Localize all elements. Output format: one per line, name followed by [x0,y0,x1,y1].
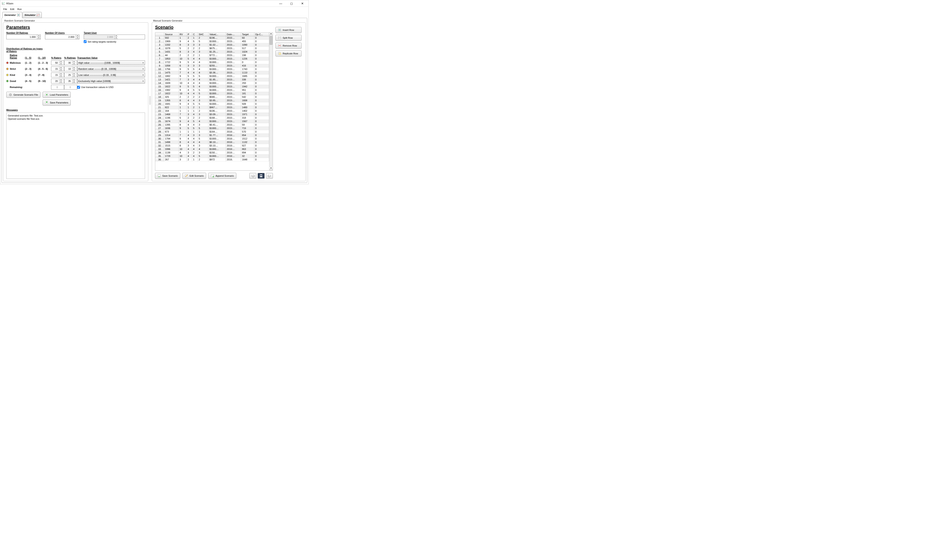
num-users-input[interactable] [45,35,76,39]
table-row[interactable]: 1218829555$1000....2015:...16850 [155,74,269,78]
percent-raters-input[interactable] [51,79,59,83]
transaction-value-select[interactable]: Exclusively High value [1000$]▼ [77,78,145,83]
edit-scenario-button[interactable]: Edit Scenario [182,173,206,179]
table-row[interactable]: 1017569554$1000....2015:...17430 [155,68,269,71]
table-row[interactable]: 1913558443$3.85....2015:...16080 [155,98,269,102]
table-row[interactable]: 35172910445$1000....2016:...320 [155,154,269,158]
messages-label: Messages [6,109,145,111]
table-row[interactable]: 2314687343$3.09....2015:...19710 [155,112,269,116]
maximize-button[interactable]: ◻ [287,2,296,5]
percent-raters-input[interactable] [51,67,59,71]
disk-save-button[interactable] [258,173,265,178]
table-row[interactable]: 3017849445$1000....2016:...15120 [155,137,269,140]
percent-raters-input[interactable] [51,73,59,77]
table-row[interactable]: 313328333$1.02....2015:...10900 [155,43,269,46]
table-row[interactable]: 2913147433$1.77....2016:...8540 [155,134,269,137]
percent-raters-spinner[interactable]: ▲▼ [51,72,64,77]
load-parameters-button[interactable]: Load Parameters [43,92,71,98]
percent-ratings-input[interactable] [64,61,72,65]
table-row[interactable]: 2613958443$0.41....2015:...590 [155,123,269,126]
table-row[interactable]: 1619829455$1000....2015:...9510 [155,88,269,92]
target-user-spinner: ▲▼ [84,35,145,39]
append-scenario-button[interactable]: Append Scenario [208,173,236,179]
table-row[interactable]: 410785222$675....2015:...5170 [155,46,269,50]
column-header[interactable]: C [192,32,197,36]
table-row[interactable]: 3411384323$150....2016:...8940 [155,151,269,154]
percent-ratings-spinner[interactable]: ▲▼ [64,72,77,77]
table-cell: 2 [179,95,187,98]
menu-file[interactable]: File [2,8,8,11]
column-header[interactable]: Target [241,32,254,36]
replicate-row-button[interactable]: Replicate Row [276,51,302,57]
table-row[interactable]: 2411965222$168....2015:...3180 [155,116,269,120]
undo-button[interactable] [249,173,256,178]
percent-ratings-spinner[interactable]: ▲▼ [64,66,77,71]
table-row[interactable]: 1314217344$1.85....2015:...3380 [155,78,269,81]
table-row[interactable]: 7185310544$1000....2015:...12260 [155,57,269,60]
table-row[interactable]: 2516749454$1000....2015:...15670 [155,120,269,123]
redo-button[interactable] [266,173,273,178]
num-ratings-input[interactable] [6,35,37,39]
close-button[interactable]: ✕ [298,2,307,5]
percent-ratings-input[interactable] [64,79,72,83]
tab-generator[interactable]: Generator [2,12,22,18]
percent-ratings-spinner[interactable]: ▲▼ [64,60,77,65]
generate-scenario-button[interactable]: Generate Scenario File [6,92,40,98]
table-row[interactable]: 817229544$1000....2015:...00 [155,60,269,64]
column-header[interactable]: Source [164,32,179,36]
percent-ratings-input[interactable] [64,73,72,77]
table-row[interactable]: 17182210445$1000....2015:...1810 [155,92,269,95]
table-row[interactable]: 14160910444$1000....2015:...2930 [155,81,269,85]
table-row[interactable]: 910586333$255....2015:...4160 [155,64,269,68]
vertical-scrollbar[interactable]: ▲▼ [269,32,273,170]
table-row[interactable]: 362673212$9722016.16480 [155,158,269,161]
split-row-button[interactable]: Split Row [276,35,302,41]
table-row[interactable]: 514318343$1.25....2015:...10240 [155,50,269,54]
table-row[interactable]: 6442221$772....2015:...1980 [155,54,269,57]
table-row[interactable]: 2718369555$1000....2015:...7190 [155,126,269,130]
set-random-checkbox[interactable] [84,40,86,43]
minimize-button[interactable]: — [276,2,285,5]
table-row[interactable]: 3215158343$3.10....2016:...9270 [155,144,269,147]
transaction-value-select[interactable]: High value ------------------[100$ , 100… [77,60,145,65]
tab-simulator[interactable]: Simulator [23,12,42,18]
table-row[interactable]: 1114757444$3.36....2015:...11100 [155,71,269,74]
column-header[interactable]: Op-C... [254,32,269,36]
column-header[interactable]: RV [179,32,187,36]
column-header[interactable]: Value(... [208,32,226,36]
save-parameters-button[interactable]: Save Parameters [43,100,71,106]
percent-raters-spinner[interactable]: ▲▼ [51,60,64,65]
percent-raters-spinner[interactable]: ▲▼ [51,78,64,83]
percent-raters-input[interactable] [51,61,59,65]
column-header[interactable]: SHC [197,32,208,36]
table-row[interactable]: 15921212$196....2015:...600 [155,36,269,40]
remove-row-button[interactable]: Remove Row [276,43,302,49]
split-divider[interactable] [149,19,151,181]
menu-run[interactable]: Run [16,8,23,11]
table-row[interactable]: 221641112$106....2015:...14020 [155,109,269,112]
save-scenario-button[interactable]: Save Scenario [155,173,180,179]
num-ratings-spinner[interactable]: ▲▼ [6,35,41,39]
table-row[interactable]: 286731111$164....2016:...5700 [155,130,269,134]
num-users-spinner[interactable]: ▲▼ [45,35,79,39]
column-header[interactable]: P [187,32,192,36]
column-header[interactable]: Date-... [226,32,241,36]
table-row[interactable]: 218221121$967....2015:...14800 [155,106,269,109]
table-row[interactable]: 183252222$580....2015:...5420 [155,95,269,98]
menu-edit[interactable]: Edit [9,8,15,11]
column-header[interactable] [155,32,164,36]
transaction-value-select[interactable]: Random value ---------[0.1$ , 1000$]▼ [77,66,145,71]
table-row[interactable]: 2016819455$1000....2015:...5090 [155,102,269,106]
percent-ratings-spinner[interactable]: ▲▼ [64,78,77,83]
table-row[interactable]: 3114988444$0.10....2016:...11320 [155,140,269,144]
use-usd-checkbox[interactable] [77,86,80,89]
insert-row-button[interactable]: Insert Row [276,27,302,33]
messages-box[interactable]: Generated scenario file: Test.sce. Opene… [6,112,145,179]
table-row[interactable]: 1518229554$1000....2015:...19420 [155,85,269,88]
scenario-table[interactable]: SourceRVPCSHCValue(...Date-...TargetOp-C… [155,32,269,162]
table-row[interactable]: 33199610444$1000....2016:...8630 [155,147,269,151]
transaction-value-select[interactable]: Low value -----------------[0.1$ , 3.9$]… [77,72,145,77]
percent-raters-spinner[interactable]: ▲▼ [51,66,64,71]
percent-ratings-input[interactable] [64,67,72,71]
table-row[interactable]: 219699455$1000....2015:...4550 [155,40,269,43]
